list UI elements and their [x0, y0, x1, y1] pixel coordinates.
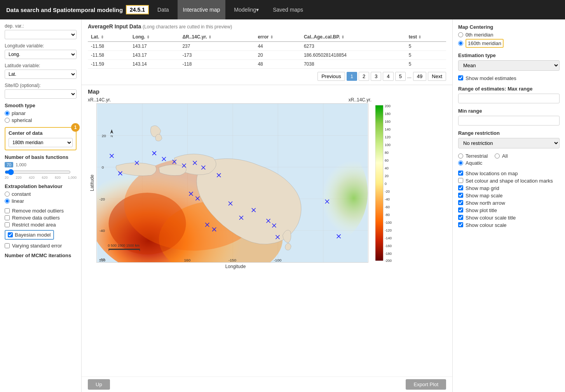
show-scale-checkbox[interactable] [458, 193, 463, 198]
page-49-btn[interactable]: 49 [413, 72, 426, 81]
show-title-checkbox[interactable] [458, 207, 463, 213]
meridian-0-radio[interactable] [458, 32, 463, 37]
map-area: Map xR..14C.yr. xR..14C.yr. Latitude [82, 85, 452, 376]
meridian-0-row[interactable]: 0th meridian [458, 32, 560, 38]
up-button[interactable]: Up [88, 379, 110, 390]
col-long[interactable]: Long. ⇕ [129, 33, 179, 42]
center-of-data-select[interactable]: 180th meridian [9, 138, 73, 147]
col-cal-age[interactable]: Cal..Age..cal.BP. ⇕ [301, 33, 406, 42]
min-range-input[interactable]: -200 [458, 116, 560, 125]
svg-text:160: 160 [385, 120, 391, 124]
svg-text:-100: -100 [274, 258, 281, 262]
terrestrial-radio[interactable] [458, 153, 463, 159]
latitude-select[interactable]: Lat. [5, 70, 77, 79]
aquatic-row[interactable]: Aquatic [458, 160, 560, 166]
dep-var-select[interactable] [5, 30, 77, 39]
col-error[interactable]: error ⇕ [255, 33, 300, 42]
remove-data-outliers-checkbox[interactable] [5, 215, 10, 220]
max-range-input[interactable]: 200 [458, 94, 560, 103]
min-range-section: Min range -200 [458, 108, 560, 125]
svg-text:20: 20 [102, 134, 106, 138]
restrict-model-option[interactable]: Restrict model area [5, 222, 77, 228]
dep-var-section: dep. var.: [5, 23, 77, 39]
show-colour-scale-row[interactable]: Show colour scale [458, 222, 560, 228]
smooth-radio-group: planar spherical [5, 110, 77, 123]
set-colour-checkbox[interactable] [458, 178, 463, 183]
extrap-linear-option[interactable]: linear [5, 198, 77, 204]
show-colour-scale-title-checkbox[interactable] [458, 215, 463, 220]
remove-outliers-checkbox[interactable] [5, 208, 10, 213]
table-cell: 6273 [301, 42, 406, 51]
longitude-label: Longitude variable: [5, 43, 77, 49]
extrap-constant-option[interactable]: constant [5, 191, 77, 197]
table-cell: -11.59 [88, 60, 129, 69]
varying-std-option[interactable]: Varying standard error [5, 243, 77, 249]
smooth-planar-option[interactable]: planar [5, 110, 77, 116]
svg-text:0  500 1000 1500 km: 0 500 1000 1500 km [108, 244, 140, 247]
show-grid-checkbox[interactable] [458, 185, 463, 190]
right-sidebar: Map Centering 0th meridian 160th meridia… [452, 19, 565, 392]
show-locations-checkbox[interactable] [458, 171, 463, 176]
extrap-constant-radio[interactable] [5, 192, 10, 197]
next-page-btn[interactable]: Next [428, 72, 446, 81]
show-north-checkbox[interactable] [458, 200, 463, 205]
svg-text:80: 80 [385, 151, 389, 155]
all-label: All [502, 153, 507, 159]
svg-rect-16 [109, 249, 109, 251]
estimation-select[interactable]: Mean [458, 60, 560, 71]
range-restriction-select[interactable]: No restriction [458, 138, 560, 148]
svg-text:-20: -20 [385, 190, 390, 193]
map-ylabel: Latitude [88, 103, 96, 263]
page-1-btn[interactable]: 1 [347, 72, 357, 81]
longitude-select[interactable]: Long. [5, 50, 77, 59]
nav-saved-maps[interactable]: Saved maps [267, 0, 309, 19]
smooth-planar-radio[interactable] [5, 111, 10, 116]
col-lat[interactable]: Lat. ⇕ [88, 33, 129, 42]
map-svg[interactable]: N 20 0 -20 -40 -60 110 160 -150 [96, 103, 368, 263]
page-5-btn[interactable]: 5 [395, 72, 406, 81]
show-grid-row[interactable]: Show map grid [458, 185, 560, 191]
page-4-btn[interactable]: 4 [383, 72, 393, 81]
smooth-spherical-option[interactable]: spherical [5, 117, 77, 123]
smooth-spherical-radio[interactable] [5, 118, 10, 123]
show-colour-scale-title-row[interactable]: Show colour scale title [458, 215, 560, 221]
show-north-row[interactable]: Show north arrow [458, 200, 560, 206]
restrict-model-checkbox[interactable] [5, 222, 10, 227]
show-scale-row[interactable]: Show map scale [458, 193, 560, 199]
nav-modeling[interactable]: Modeling [228, 0, 264, 19]
range-restriction-label: Range restriction [458, 130, 560, 136]
varying-std-checkbox[interactable] [5, 243, 10, 248]
page-2-btn[interactable]: 2 [359, 72, 369, 81]
export-button[interactable]: Export Plot [406, 379, 446, 390]
set-colour-row[interactable]: Set colour and shape of location marks [458, 178, 560, 184]
nav-interactive-map[interactable]: Interactive map [178, 0, 226, 19]
site-id-select[interactable] [5, 89, 77, 99]
meridian-160-row[interactable]: 160th meridian [458, 39, 560, 48]
show-locations-row[interactable]: Show locations on map [458, 171, 560, 176]
table-row: -11.58143.17-17320186.60502814188545 [88, 51, 446, 60]
show-title-row[interactable]: Show plot title [458, 207, 560, 213]
bayesian-checkbox[interactable] [8, 232, 13, 237]
nav-data[interactable]: Data [152, 0, 174, 19]
latitude-section: Latitude variable: Lat. [5, 63, 77, 79]
col-delta-r[interactable]: ΔR..14C.yr. ⇕ [179, 33, 255, 42]
basis-slider[interactable] [5, 169, 71, 175]
col-test[interactable]: test ⇕ [406, 33, 446, 42]
map-svg-container[interactable]: N 20 0 -20 -40 -60 110 160 -150 [96, 103, 374, 263]
remove-data-outliers-option[interactable]: Remove data outliers [5, 215, 77, 221]
remove-outliers-option[interactable]: Remove model outliers [5, 208, 77, 214]
content-area: AverageR Input Data (Long characters are… [82, 19, 452, 392]
prev-page-btn[interactable]: Previous [317, 72, 345, 81]
svg-text:-200: -200 [385, 259, 392, 263]
aquatic-radio[interactable] [458, 160, 463, 166]
extrap-linear-radio[interactable] [5, 199, 10, 204]
meridian-0-label: 0th meridian [466, 32, 494, 38]
table-cell: 5 [406, 60, 446, 69]
show-model-checkbox[interactable] [458, 75, 463, 80]
show-model-row[interactable]: Show model estimates [458, 75, 560, 81]
show-colour-scale-checkbox[interactable] [458, 222, 463, 227]
all-radio[interactable] [495, 153, 500, 159]
terrestrial-row[interactable]: Terrestrial All [458, 153, 560, 159]
meridian-160-radio[interactable] [458, 41, 463, 46]
page-3-btn[interactable]: 3 [371, 72, 381, 81]
